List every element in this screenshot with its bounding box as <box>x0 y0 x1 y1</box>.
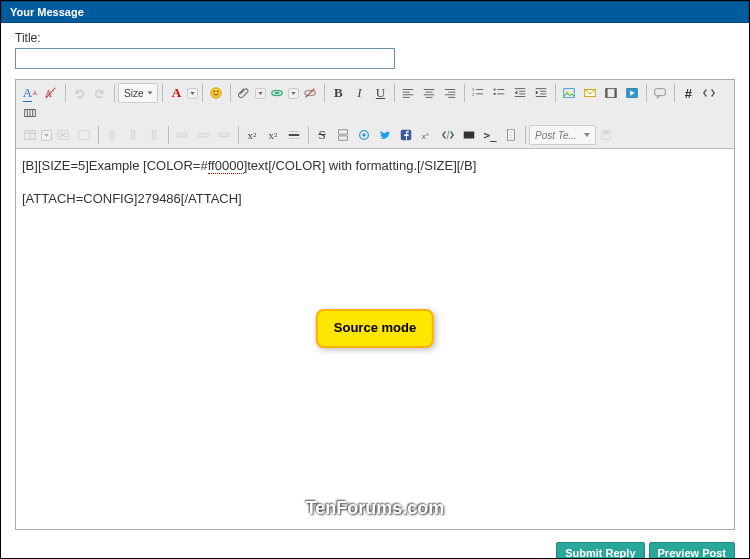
svg-point-2 <box>211 88 222 99</box>
svg-rect-66 <box>339 136 348 140</box>
svg-rect-41 <box>606 89 608 98</box>
editor-wrap: AA A Size A B I U <box>15 79 735 530</box>
attach-dropdown-icon[interactable] <box>255 88 266 99</box>
svg-rect-72 <box>464 132 475 139</box>
title-input[interactable] <box>15 48 395 69</box>
subscript-icon[interactable]: x2 <box>242 125 262 145</box>
toolbar-row-2: x2 x2 S x° >_ Post Te... <box>20 125 730 145</box>
template-save-icon[interactable] <box>596 125 616 145</box>
italic-button[interactable]: I <box>349 83 369 103</box>
table-icon[interactable] <box>20 125 40 145</box>
svg-rect-60 <box>198 133 209 137</box>
footer-buttons: Submit Reply Preview Post <box>1 536 749 559</box>
svg-line-71 <box>447 131 449 140</box>
svg-text:2: 2 <box>472 92 475 97</box>
unordered-list-icon[interactable] <box>489 83 509 103</box>
spoiler-icon[interactable] <box>459 125 479 145</box>
smilies-icon[interactable] <box>206 83 226 103</box>
html-icon[interactable] <box>699 83 719 103</box>
svg-text:x°: x° <box>422 132 429 141</box>
tooltip-text: Source mode <box>334 320 416 335</box>
align-right-icon[interactable] <box>440 83 460 103</box>
panel-title: Your Message <box>10 6 84 18</box>
editor-textarea[interactable]: [B][SIZE=5]Example [COLOR=#ff0000]text[/… <box>16 149 734 529</box>
code2-icon[interactable] <box>438 125 458 145</box>
svg-point-3 <box>214 90 216 92</box>
col-before-icon[interactable] <box>102 125 122 145</box>
preview-button[interactable]: Preview Post <box>649 542 735 559</box>
link-dropdown-icon[interactable] <box>288 88 299 99</box>
watermark: TenForums.com <box>306 495 445 521</box>
row-after-icon[interactable] <box>193 125 213 145</box>
size-dropdown[interactable]: Size <box>118 83 158 103</box>
svg-point-26 <box>494 93 496 95</box>
twitter-icon[interactable] <box>375 125 395 145</box>
underline-button[interactable]: U <box>370 83 390 103</box>
nosmilies-icon[interactable]: x° <box>417 125 437 145</box>
svg-rect-61 <box>219 133 230 137</box>
svg-point-68 <box>362 133 366 137</box>
unlink-icon[interactable] <box>300 83 320 103</box>
attach-icon[interactable] <box>234 83 254 103</box>
source-mode-icon[interactable]: AA <box>20 83 40 103</box>
svg-rect-56 <box>110 131 114 140</box>
align-center-icon[interactable] <box>419 83 439 103</box>
page-icon[interactable] <box>501 125 521 145</box>
panel-header: Your Message <box>1 1 749 23</box>
table-delete-icon[interactable] <box>53 125 73 145</box>
svg-rect-44 <box>655 89 666 96</box>
align-left-icon[interactable] <box>398 83 418 103</box>
email-icon[interactable] <box>580 83 600 103</box>
preview-icon[interactable] <box>354 125 374 145</box>
svg-rect-42 <box>615 89 617 98</box>
svg-rect-78 <box>603 131 608 135</box>
superscript-icon[interactable]: x2 <box>263 125 283 145</box>
title-label: Title: <box>15 31 735 45</box>
ordered-list-icon[interactable]: 12 <box>468 83 488 103</box>
outdent-icon[interactable] <box>510 83 530 103</box>
quote-icon[interactable] <box>650 83 670 103</box>
undo-icon[interactable] <box>69 83 89 103</box>
indent-icon[interactable] <box>531 83 551 103</box>
media-icon[interactable] <box>622 83 642 103</box>
svg-point-6 <box>275 92 280 94</box>
link-icon[interactable] <box>267 83 287 103</box>
svg-rect-59 <box>177 133 188 137</box>
template-dropdown[interactable]: Post Te... <box>529 125 596 145</box>
remove-format-icon[interactable]: A <box>41 83 61 103</box>
video-icon[interactable] <box>601 83 621 103</box>
toolbar: AA A Size A B I U <box>16 80 734 149</box>
tooltip: Source mode <box>316 309 434 348</box>
hash-icon[interactable]: # <box>678 83 698 103</box>
svg-point-4 <box>217 90 219 92</box>
facebook-icon[interactable] <box>396 125 416 145</box>
svg-rect-65 <box>339 130 348 134</box>
hr-icon[interactable] <box>284 125 304 145</box>
font-color-icon[interactable]: A <box>166 83 186 103</box>
redo-icon[interactable] <box>90 83 110 103</box>
col-delete-icon[interactable] <box>144 125 164 145</box>
row-before-icon[interactable] <box>172 125 192 145</box>
table-props-icon[interactable] <box>74 125 94 145</box>
editor-line-2: [ATTACH=CONFIG]279486[/ATTACH] <box>22 190 728 209</box>
submit-button[interactable]: Submit Reply <box>556 542 644 559</box>
svg-point-25 <box>494 88 496 90</box>
font-color-dropdown-icon[interactable] <box>187 88 198 99</box>
spellcheck-word: ff0000 <box>208 158 244 174</box>
svg-rect-58 <box>152 131 156 140</box>
row-delete-icon[interactable] <box>214 125 234 145</box>
table-dropdown-icon[interactable] <box>41 130 52 141</box>
editor-line-1: [B][SIZE=5]Example [COLOR=#ff0000]text[/… <box>22 157 728 176</box>
php-icon[interactable] <box>20 103 40 123</box>
bold-button[interactable]: B <box>328 83 348 103</box>
toolbar-row-1: AA A Size A B I U <box>20 83 730 123</box>
svg-rect-55 <box>79 131 90 140</box>
svg-rect-37 <box>564 89 575 98</box>
prompt-icon[interactable]: >_ <box>480 125 500 145</box>
strike-icon[interactable]: S <box>312 125 332 145</box>
pagebreak-icon[interactable] <box>333 125 353 145</box>
col-after-icon[interactable] <box>123 125 143 145</box>
image-icon[interactable] <box>559 83 579 103</box>
form-body: Title: AA A Size A <box>1 23 749 536</box>
svg-rect-57 <box>131 131 135 140</box>
